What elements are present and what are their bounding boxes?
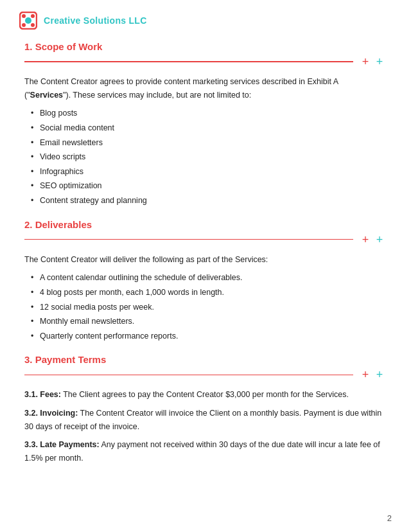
page: Creative Solutions LLC 1. Scope of Work … bbox=[0, 0, 411, 532]
deliverables-divider-row: + + bbox=[24, 233, 387, 247]
list-item: Quarterly content performance reports. bbox=[31, 330, 387, 343]
list-item: Blog posts bbox=[31, 107, 387, 120]
scope-divider bbox=[24, 61, 353, 62]
list-item: Infographics bbox=[31, 165, 387, 179]
list-item: 4 blog posts per month, each 1,000 words… bbox=[31, 286, 387, 299]
scope-bold-services: Services bbox=[30, 91, 63, 100]
deliverables-list: A content calendar outlining the schedul… bbox=[24, 271, 387, 342]
scope-plus-red[interactable]: + bbox=[358, 55, 372, 69]
payment-invoicing-label: 3.2. Invoicing: bbox=[24, 409, 78, 418]
section-payment-header: 3. Payment Terms bbox=[24, 354, 387, 365]
list-item: Monthly email newsletters. bbox=[31, 315, 387, 328]
list-item: Email newsletters bbox=[31, 136, 387, 150]
payment-divider bbox=[24, 375, 353, 376]
deliverables-plus-red[interactable]: + bbox=[358, 233, 372, 247]
deliverables-plus-group: + + bbox=[358, 233, 387, 247]
scope-intro: The Content Creator agrees to provide co… bbox=[24, 75, 387, 102]
deliverables-intro: The Content Creator will deliver the fol… bbox=[24, 253, 387, 267]
list-item: Video scripts bbox=[31, 150, 387, 164]
list-item: Social media content bbox=[31, 121, 387, 135]
payment-plus-red[interactable]: + bbox=[358, 368, 372, 382]
scope-plus-group: + + bbox=[358, 55, 387, 69]
deliverables-plus-teal[interactable]: + bbox=[372, 233, 387, 247]
payment-plus-teal[interactable]: + bbox=[372, 368, 387, 382]
section-deliverables: 2. Deliverables + + The Content Creator … bbox=[24, 219, 387, 343]
scope-divider-row: + + bbox=[24, 55, 387, 69]
list-item: 12 social media posts per week. bbox=[31, 301, 387, 314]
payment-fees-text: The Client agrees to pay the Content Cre… bbox=[63, 390, 349, 399]
payment-fees-label: 3.1. Fees: bbox=[24, 390, 61, 399]
header: Creative Solutions LLC bbox=[0, 0, 411, 36]
scope-list: Blog posts Social media content Email ne… bbox=[24, 107, 387, 207]
svg-point-21 bbox=[31, 23, 35, 27]
svg-point-20 bbox=[22, 23, 26, 27]
section-payment-title: 3. Payment Terms bbox=[24, 354, 106, 365]
section-deliverables-header: 2. Deliverables bbox=[24, 219, 387, 230]
payment-late-label: 3.3. Late Payments: bbox=[24, 440, 100, 449]
svg-point-17 bbox=[25, 17, 31, 24]
company-name: Creative Solutions LLC bbox=[44, 15, 147, 26]
payment-late: 3.3. Late Payments: Any payment not rece… bbox=[24, 438, 387, 465]
payment-plus-group: + + bbox=[358, 368, 387, 382]
payment-invoicing-text: The Content Creator will invoice the Cli… bbox=[24, 409, 381, 431]
svg-point-18 bbox=[22, 14, 26, 18]
payment-invoicing: 3.2. Invoicing: The Content Creator will… bbox=[24, 407, 387, 433]
list-item: Content strategy and planning bbox=[31, 194, 387, 208]
page-number: 2 bbox=[387, 513, 392, 523]
payment-body: 3.1. Fees: The Client agrees to pay the … bbox=[24, 388, 387, 465]
list-item: SEO optimization bbox=[31, 179, 387, 193]
section-scope: 1. Scope of Work + + The Content Creator… bbox=[24, 41, 387, 208]
section-deliverables-title: 2. Deliverables bbox=[24, 219, 92, 230]
svg-point-19 bbox=[31, 14, 35, 18]
section-scope-header: 1. Scope of Work bbox=[24, 41, 387, 52]
deliverables-divider bbox=[24, 239, 353, 240]
deliverables-body: The Content Creator will deliver the fol… bbox=[24, 253, 387, 343]
logo-icon bbox=[19, 12, 37, 30]
payment-fees: 3.1. Fees: The Client agrees to pay the … bbox=[24, 388, 387, 402]
list-item: A content calendar outlining the schedul… bbox=[31, 271, 387, 285]
section-payment: 3. Payment Terms + + 3.1. Fees: The Clie… bbox=[24, 354, 387, 465]
section-scope-title: 1. Scope of Work bbox=[24, 41, 102, 52]
scope-plus-teal[interactable]: + bbox=[372, 55, 387, 69]
main-content: 1. Scope of Work + + The Content Creator… bbox=[0, 36, 411, 490]
scope-body: The Content Creator agrees to provide co… bbox=[24, 75, 387, 208]
payment-divider-row: + + bbox=[24, 368, 387, 382]
